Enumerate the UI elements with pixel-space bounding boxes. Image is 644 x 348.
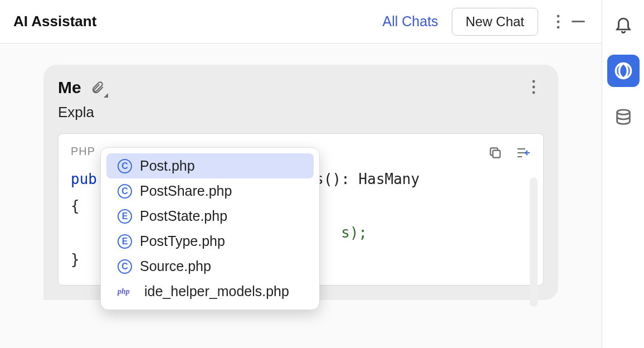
message-more-icon[interactable] — [524, 77, 544, 97]
minimize-icon[interactable] — [568, 12, 588, 32]
database-icon[interactable] — [607, 102, 640, 134]
enum-icon: E — [118, 209, 132, 224]
completion-item[interactable]: EPostType.php — [106, 229, 314, 254]
completion-item-label: PostType.php — [140, 233, 225, 249]
svg-point-0 — [557, 14, 560, 17]
more-options-icon[interactable] — [548, 12, 568, 32]
all-chats-link[interactable]: All Chats — [383, 13, 438, 30]
ai-assistant-icon[interactable] — [607, 55, 640, 87]
completion-item-label: PostShare.php — [140, 183, 232, 199]
svg-rect-7 — [493, 151, 500, 158]
completion-item-label: PostState.php — [140, 208, 227, 224]
class-icon: C — [118, 259, 132, 274]
class-icon: C — [118, 184, 132, 199]
svg-point-5 — [533, 86, 535, 89]
completion-item[interactable]: EPostState.php — [106, 204, 314, 229]
chat-content: Me Expla PHP — [0, 44, 602, 348]
sender-label: Me — [58, 78, 81, 97]
svg-rect-3 — [572, 21, 585, 22]
completion-popup: CPost.phpCPostShare.phpEPostState.phpEPo… — [100, 147, 320, 310]
class-icon: C — [118, 159, 132, 173]
completion-item-label: ide_helper_models.php — [144, 283, 289, 299]
copy-code-icon[interactable] — [485, 143, 505, 163]
completion-item-label: Source.php — [140, 258, 211, 274]
completion-item[interactable]: CPostShare.php — [106, 178, 314, 204]
enum-icon: E — [118, 234, 132, 249]
notifications-icon[interactable] — [607, 8, 640, 40]
panel-title: AI Assistant — [13, 13, 96, 30]
svg-point-2 — [557, 26, 560, 28]
svg-point-1 — [557, 20, 560, 23]
svg-point-8 — [617, 110, 630, 115]
header: AI Assistant All Chats New Chat — [0, 0, 602, 44]
ai-assistant-panel: AI Assistant All Chats New Chat Me Expla — [0, 0, 602, 348]
insert-code-icon[interactable] — [513, 143, 533, 163]
svg-point-6 — [533, 91, 535, 94]
svg-point-4 — [533, 80, 535, 83]
new-chat-button[interactable]: New Chat — [452, 8, 538, 36]
completion-item[interactable]: CPost.php — [106, 153, 314, 178]
tool-rail — [602, 0, 644, 348]
prompt-text: Expla — [58, 104, 544, 121]
code-scrollbar[interactable] — [530, 177, 538, 307]
completion-item[interactable]: CSource.php — [106, 254, 314, 279]
attachment-icon[interactable] — [90, 80, 106, 95]
completion-item-label: Post.php — [140, 158, 195, 174]
completion-item[interactable]: phpide_helper_models.php — [106, 279, 314, 304]
php-file-icon: php — [118, 287, 136, 296]
